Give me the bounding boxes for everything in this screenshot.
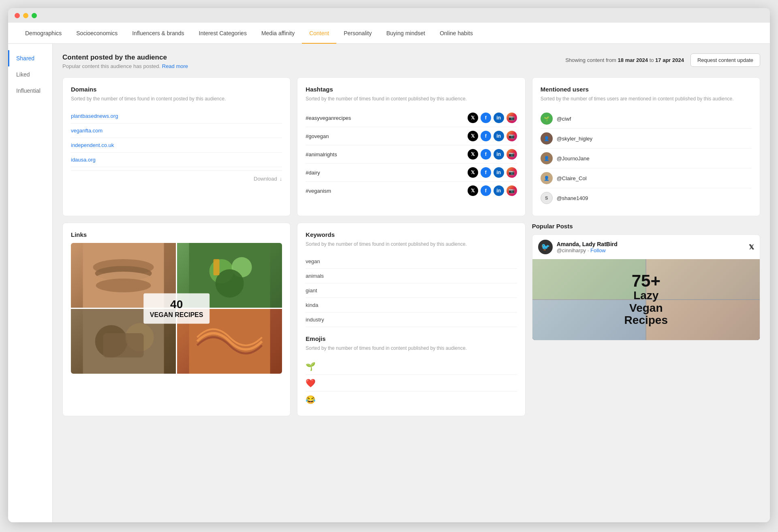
social-li-icon[interactable]: in: [494, 113, 504, 123]
read-more-link[interactable]: Read more: [162, 63, 188, 69]
keywords-title: Keywords: [306, 231, 517, 238]
post-label-line3: Recipes: [624, 314, 668, 327]
social-ig-icon[interactable]: 📷: [507, 149, 517, 160]
social-icons: 𝕏 f in 📷: [468, 167, 517, 178]
content-subtitle: Popular content this audience has posted…: [62, 63, 188, 69]
download-button[interactable]: Download ↓: [71, 170, 282, 182]
nav-influencers[interactable]: Influencers & brands: [125, 23, 191, 44]
post-user-info: Amanda, Lady RatBird @cinniharpy · Follo…: [557, 241, 618, 253]
hashtags-title: Hashtags: [306, 86, 517, 93]
close-button[interactable]: [15, 13, 20, 18]
food-image-pancakes: [71, 243, 176, 308]
nav-personality[interactable]: Personality: [336, 23, 379, 44]
emojis-title: Emojis: [306, 335, 517, 342]
svg-rect-13: [103, 333, 144, 358]
social-li-icon[interactable]: in: [494, 185, 504, 196]
hashtag-label: #easyveganrecipes: [306, 115, 351, 121]
social-fb-icon[interactable]: f: [481, 167, 491, 178]
social-x-icon[interactable]: 𝕏: [468, 131, 478, 141]
social-icons: 𝕏 f in 📷: [468, 185, 517, 196]
post-image-area: 75+ Lazy Vegan Recipes: [532, 259, 760, 340]
social-fb-icon[interactable]: f: [481, 149, 491, 160]
nav-buying-mindset[interactable]: Buying mindset: [379, 23, 432, 44]
nav-content[interactable]: Content: [302, 23, 336, 44]
emojis-subtitle: Sorted by the number of times found in c…: [306, 345, 517, 352]
links-card: Links: [62, 223, 291, 416]
domain-item[interactable]: veganfta.com: [71, 123, 282, 138]
social-fb-icon[interactable]: f: [481, 131, 491, 141]
post-number: 75+: [624, 272, 668, 289]
avatar: 👤: [541, 152, 553, 164]
content-header: Content posted by the audience Popular c…: [62, 53, 760, 69]
social-ig-icon[interactable]: 📷: [507, 167, 517, 178]
social-x-icon[interactable]: 𝕏: [468, 185, 478, 196]
mentioned-users-subtitle: Sorted by the number of times users are …: [541, 95, 752, 102]
social-li-icon[interactable]: in: [494, 167, 504, 178]
user-row: 🌱 @ciwf: [541, 109, 752, 129]
minimize-button[interactable]: [23, 13, 28, 18]
social-fb-icon[interactable]: f: [481, 185, 491, 196]
domain-item[interactable]: plantbasednews.org: [71, 109, 282, 123]
user-handle[interactable]: @skyler_higley: [557, 136, 592, 142]
date-to: 17 apr 2024: [655, 57, 684, 63]
nav-online-habits[interactable]: Online habits: [432, 23, 480, 44]
maximize-button[interactable]: [32, 13, 37, 18]
hashtag-row: #veganism 𝕏 f in 📷: [306, 182, 517, 200]
date-range: Showing content from 18 mar 2024 to 17 a…: [565, 57, 684, 63]
user-handle[interactable]: @shane1409: [557, 195, 588, 201]
user-handle[interactable]: @ciwf: [557, 116, 571, 122]
mentioned-users-title: Mentioned users: [541, 86, 752, 93]
post-avatar: 🐦: [538, 240, 553, 254]
follow-button[interactable]: Follow: [590, 247, 606, 253]
main-layout: Shared Liked Influential Content posted …: [8, 44, 770, 522]
svg-point-8: [216, 269, 244, 298]
social-x-icon[interactable]: 𝕏: [468, 113, 478, 123]
keywords-subtitle: Sorted by the number of times found in c…: [306, 240, 517, 248]
content-header-left: Content posted by the audience Popular c…: [62, 53, 188, 69]
content-header-right: Showing content from 18 mar 2024 to 17 a…: [565, 53, 760, 67]
user-handle[interactable]: @Claire_Col: [557, 175, 587, 181]
nav-interest-categories[interactable]: Interest Categories: [192, 23, 254, 44]
user-row: S @shane1409: [541, 188, 752, 208]
hashtag-row: #animalrights 𝕏 f in 📷: [306, 145, 517, 164]
user-handle[interactable]: @JournoJane: [557, 155, 590, 162]
social-ig-icon[interactable]: 📷: [507, 113, 517, 123]
social-ig-icon[interactable]: 📷: [507, 185, 517, 196]
request-content-update-button[interactable]: Request content update: [690, 53, 760, 67]
post-x-icon: 𝕏: [749, 243, 754, 251]
hashtag-label: #veganism: [306, 188, 331, 194]
hashtag-label: #dairy: [306, 170, 320, 176]
post-header: 🐦 Amanda, Lady RatBird @cinniharpy · Fol…: [532, 235, 760, 259]
popular-posts-section: Popular Posts 🐦 Amanda, Lady RatBird @ci…: [532, 223, 760, 416]
emoji-item: 😂: [306, 392, 517, 408]
sidebar-item-liked[interactable]: Liked: [8, 66, 52, 83]
social-x-icon[interactable]: 𝕏: [468, 167, 478, 178]
social-x-icon[interactable]: 𝕏: [468, 149, 478, 160]
nav-demographics[interactable]: Demographics: [18, 23, 69, 44]
hashtag-row: #easyveganrecipes 𝕏 f in 📷: [306, 109, 517, 127]
post-user: 🐦 Amanda, Lady RatBird @cinniharpy · Fol…: [538, 240, 618, 254]
keyword-item: vegan: [306, 254, 517, 269]
emoji-item: ❤️: [306, 375, 517, 392]
domain-item[interactable]: independent.co.uk: [71, 138, 282, 153]
sidebar-item-shared[interactable]: Shared: [8, 50, 52, 66]
domain-item[interactable]: idausa.org: [71, 153, 282, 167]
hashtag-row: #govegan 𝕏 f in 📷: [306, 127, 517, 145]
nav-socioeconomics[interactable]: Socioeconomics: [69, 23, 125, 44]
social-fb-icon[interactable]: f: [481, 113, 491, 123]
social-li-icon[interactable]: in: [494, 131, 504, 141]
social-icons: 𝕏 f in 📷: [468, 131, 517, 141]
nav-media-affinity[interactable]: Media affinity: [254, 23, 302, 44]
social-ig-icon[interactable]: 📷: [507, 131, 517, 141]
social-li-icon[interactable]: in: [494, 149, 504, 160]
user-row: 👤 @skyler_higley: [541, 129, 752, 149]
content-area: Content posted by the audience Popular c…: [53, 44, 770, 522]
hashtag-label: #animalrights: [306, 151, 337, 157]
keyword-item: giant: [306, 283, 517, 298]
sidebar-item-influential[interactable]: Influential: [8, 83, 52, 99]
date-from: 18 mar 2024: [618, 57, 648, 63]
keyword-item: kinda: [306, 298, 517, 313]
social-icons: 𝕏 f in 📷: [468, 113, 517, 123]
titlebar: [8, 8, 770, 23]
user-row: 👤 @Claire_Col: [541, 168, 752, 188]
